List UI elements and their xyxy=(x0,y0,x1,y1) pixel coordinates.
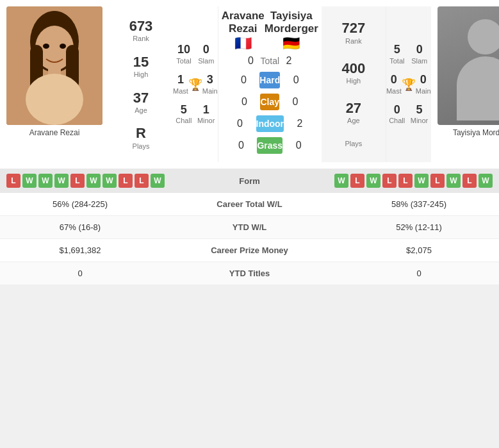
left-mast-value: 1 xyxy=(177,73,184,87)
left-player-stats: 673 Rank 15 High 37 Age R Plays xyxy=(109,6,173,162)
right-rank-value: 727 xyxy=(342,20,366,37)
grass-right-score: 0 xyxy=(289,140,308,151)
indoor-row: 0 Indoor 2 xyxy=(231,115,310,132)
stats-center-2: Career Prize Money xyxy=(151,245,348,255)
left-rank-value: 673 xyxy=(129,18,153,35)
form-badge-right-w: W xyxy=(414,174,429,188)
form-badge-right-l: L xyxy=(462,174,477,188)
left-player-center-name: Aravane Rezai 🇫🇷 xyxy=(222,10,265,52)
form-label: Form xyxy=(165,176,334,186)
left-plays-label: Plays xyxy=(133,142,150,151)
left-name-text: Aravane Rezai xyxy=(222,10,265,35)
right-chall: 0 Chall xyxy=(389,103,405,126)
left-slam: 0 Slam xyxy=(198,43,214,65)
clay-right-score: 0 xyxy=(286,96,305,108)
left-slam-label: Slam xyxy=(198,57,214,65)
right-flag: 🇩🇪 xyxy=(265,35,318,52)
right-high-label: High xyxy=(347,77,361,85)
form-badge-right-l: L xyxy=(398,174,413,188)
form-badge-right-w: W xyxy=(334,174,348,188)
left-main: 3 Main xyxy=(202,73,218,95)
stats-row-3: 0YTD Titles0 xyxy=(0,262,499,285)
clay-row: 0 Clay 0 xyxy=(234,94,305,110)
right-total-slam-row: 5 Total 0 Slam xyxy=(386,43,431,65)
form-badge-left-l: L xyxy=(70,174,85,188)
form-badge-left-w: W xyxy=(102,174,117,188)
svg-point-6 xyxy=(26,74,83,125)
form-badge-right-l: L xyxy=(382,174,397,188)
svg-point-8 xyxy=(60,44,66,49)
indoor-left-score: 0 xyxy=(231,118,250,129)
right-total-label: Total xyxy=(389,57,404,65)
right-mast: 0 Mast xyxy=(386,73,402,95)
hard-badge: Hard xyxy=(259,72,280,88)
right-player-stats: 727 Rank 400 High 27 Age Plays xyxy=(322,6,386,162)
form-badge-left-l: L xyxy=(119,174,133,188)
hard-left-score: 0 xyxy=(234,74,253,86)
stats-center-1: YTD W/L xyxy=(151,222,348,232)
right-total-value: 5 xyxy=(394,43,400,57)
center-section: Aravane Rezai 🇫🇷 Tayisiya Morderger 🇩🇪 0… xyxy=(218,6,322,162)
grass-badge: Grass xyxy=(257,137,282,154)
form-badge-left-l: L xyxy=(135,174,149,188)
right-high-value: 400 xyxy=(342,60,366,77)
right-age-value: 27 xyxy=(346,100,361,117)
left-main-value: 3 xyxy=(207,73,213,87)
right-form-badges: WLWLLWLWLW xyxy=(334,174,493,188)
right-mast-value: 0 xyxy=(391,73,397,87)
left-main-label: Main xyxy=(202,87,218,95)
right-high: 400 High xyxy=(342,60,366,86)
left-plays-value: R xyxy=(136,125,146,142)
right-player-photo-section: Tayisiya Morderger xyxy=(431,6,499,162)
right-age: 27 Age xyxy=(346,100,361,126)
right-main-value: 0 xyxy=(420,73,427,87)
form-badge-right-w: W xyxy=(446,174,461,188)
total-right-score: 2 xyxy=(279,55,299,67)
stats-left-1: 67% (16-8) xyxy=(10,222,151,232)
stats-center-3: YTD Titles xyxy=(151,269,348,278)
left-plays: R Plays xyxy=(133,125,150,151)
left-total: 10 Total xyxy=(176,43,191,65)
stats-row-2: $1,691,382Career Prize Money$2,075 xyxy=(0,239,499,262)
stats-row-1: 67% (16-8)YTD W/L52% (12-11) xyxy=(0,216,499,239)
form-badge-left-w: W xyxy=(38,174,53,188)
right-main-label: Main xyxy=(416,87,431,95)
right-main: 0 Main xyxy=(416,73,431,95)
stats-left-2: $1,691,382 xyxy=(10,245,151,255)
left-high: 15 High xyxy=(133,54,149,79)
stats-row-0: 56% (284-225)Career Total W/L58% (337-24… xyxy=(0,193,499,216)
right-age-label: Age xyxy=(347,117,360,125)
stats-left-0: 56% (284-225) xyxy=(10,199,151,209)
form-badge-right-l: L xyxy=(430,174,445,188)
silhouette-body xyxy=(457,56,499,120)
clay-left-score: 0 xyxy=(234,96,254,108)
form-section: LWWWLWWLLW Form WLWLLWLWLW xyxy=(0,169,499,193)
right-name-text: Tayisiya Morderger xyxy=(265,10,318,35)
left-high-label: High xyxy=(134,71,149,79)
left-total-value: 10 xyxy=(177,43,190,57)
stats-right-2: $2,075 xyxy=(348,245,489,255)
stats-center-0: Career Total W/L xyxy=(151,199,348,209)
total-row: 0 Total 2 xyxy=(241,55,299,67)
right-plays: Plays xyxy=(345,140,362,148)
form-badge-left-w: W xyxy=(54,174,69,188)
silhouette-head xyxy=(468,19,499,54)
left-chall: 5 Chall xyxy=(176,103,192,126)
left-rank-label: Rank xyxy=(133,35,149,43)
stats-right-0: 58% (337-245) xyxy=(348,199,489,209)
stats-left-3: 0 xyxy=(10,269,151,278)
grass-left-score: 0 xyxy=(231,140,250,151)
stats-right-3: 0 xyxy=(348,269,489,278)
left-age: 37 Age xyxy=(133,90,149,115)
right-player-name-label: Tayisiya Morderger xyxy=(453,128,499,137)
clay-badge: Clay xyxy=(260,94,279,110)
left-age-label: Age xyxy=(135,106,147,115)
left-player-name-label: Aravane Rezai xyxy=(29,128,80,137)
left-slam-value: 0 xyxy=(203,43,209,57)
left-age-value: 37 xyxy=(133,90,149,106)
left-chall-minor-row: 5 Chall 1 Minor xyxy=(173,103,218,126)
form-badge-left-w: W xyxy=(151,174,165,188)
left-player-photo-section: Aravane Rezai xyxy=(0,6,109,162)
right-mast-label: Mast xyxy=(386,87,402,95)
right-slam-label: Slam xyxy=(411,57,427,65)
